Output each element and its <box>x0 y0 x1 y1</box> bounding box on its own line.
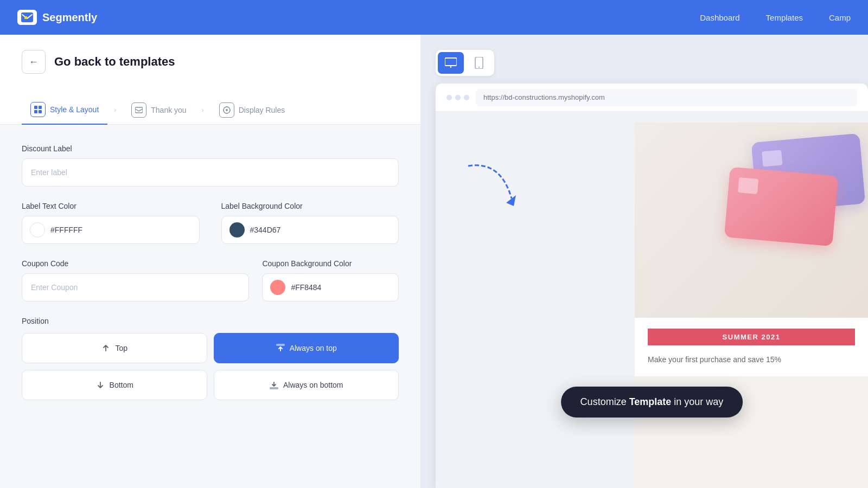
device-toggle <box>436 50 494 76</box>
position-top-button[interactable]: Top <box>22 333 207 363</box>
tabs-row: Style & Layout › Thank you › <box>0 85 420 125</box>
browser-url: https://bd-constructions.myshopify.com <box>476 89 857 106</box>
label-bg-color-group: Label Background Color #344D67 <box>221 202 399 244</box>
back-row: ← Go back to templates <box>0 35 420 85</box>
svg-rect-13 <box>276 344 285 346</box>
card-pink <box>724 167 839 247</box>
discount-label-input[interactable] <box>22 158 399 187</box>
back-button[interactable]: ← <box>22 50 46 74</box>
svg-point-19 <box>478 67 480 68</box>
tab-style-layout[interactable]: Style & Layout <box>22 95 107 125</box>
svg-rect-2 <box>34 106 37 109</box>
right-panel: https://bd-constructions.myshopify.com 💰 <box>420 35 868 488</box>
card-3d-illustration: 💰 <box>743 139 852 209</box>
logo-icon <box>17 10 37 25</box>
product-image-area: 💰 <box>635 123 868 318</box>
desktop-icon <box>445 57 457 69</box>
browser-dot-2 <box>455 95 461 100</box>
coupon-code-group: Coupon Code <box>22 259 249 301</box>
label-bg-color-swatch <box>229 222 245 237</box>
mobile-icon <box>473 57 485 69</box>
svg-rect-3 <box>39 106 42 109</box>
browser-mockup: https://bd-constructions.myshopify.com 💰 <box>436 84 868 488</box>
browser-dots <box>446 95 469 100</box>
position-always-on-top-label: Always on top <box>290 344 337 352</box>
browser-dot-3 <box>464 95 469 100</box>
arrow-up-icon <box>101 343 111 353</box>
label-text-color-label: Label Text Color <box>22 202 200 210</box>
coupon-code-label: Coupon Code <box>22 259 249 268</box>
svg-rect-1 <box>24 16 27 19</box>
svg-rect-15 <box>445 58 457 66</box>
page-title: Go back to templates <box>54 55 175 69</box>
logo: Segmently <box>17 10 97 25</box>
tab-style-layout-label: Style & Layout <box>50 105 99 114</box>
position-bottom-button[interactable]: Bottom <box>22 370 207 400</box>
label-bg-color-label: Label Background Color <box>221 202 399 210</box>
label-bg-color-value: #344D67 <box>250 226 281 234</box>
tab-thank-you-label: Thank you <box>151 106 186 114</box>
coupon-bg-color-group: Coupon Background Color #FF8484 <box>262 259 399 301</box>
svg-rect-4 <box>34 110 37 113</box>
thank-you-icon <box>131 102 146 118</box>
header: Segmently Dashboard Templates Camp <box>0 0 868 35</box>
tab-arrow-1: › <box>114 106 116 114</box>
coupon-code-input[interactable] <box>22 273 249 301</box>
display-rules-icon <box>219 102 234 118</box>
product-info: SUMMER 2021 Make your first purchase and… <box>635 318 868 376</box>
nav-camp[interactable]: Camp <box>829 13 851 22</box>
tab-display-rules-label: Display Rules <box>239 106 285 114</box>
arrow-illustration <box>457 155 522 220</box>
arrow-down-icon <box>95 380 105 390</box>
label-bg-color-input[interactable]: #344D67 <box>221 216 399 244</box>
coupon-bg-color-value: #FF8484 <box>291 283 321 292</box>
position-always-on-top-button[interactable]: Always on top <box>214 333 399 363</box>
device-mobile-button[interactable] <box>466 52 492 74</box>
preview-content: 💰 SUMMER 2021 Make your first purchase a… <box>436 112 868 488</box>
arrow-up-box-icon <box>276 343 285 353</box>
coupon-row: Coupon Code Coupon Background Color #FF8… <box>22 259 399 301</box>
nav-dashboard[interactable]: Dashboard <box>700 13 739 22</box>
tab-display-rules[interactable]: Display Rules <box>210 96 294 124</box>
style-layout-icon <box>30 102 46 117</box>
svg-point-8 <box>226 109 228 111</box>
nav-templates[interactable]: Templates <box>766 13 803 22</box>
coupon-bg-color-swatch <box>270 280 285 295</box>
position-group: Position Top Al <box>22 317 399 400</box>
position-always-on-bottom-button[interactable]: Always on bottom <box>214 370 399 400</box>
product-card: 💰 SUMMER 2021 Make your first purchase a… <box>635 123 868 488</box>
coupon-bg-color-input[interactable]: #FF8484 <box>262 273 399 301</box>
coupon-bg-color-label: Coupon Background Color <box>262 259 399 268</box>
position-bottom-label: Bottom <box>110 381 133 389</box>
tooltip-text-bold: Template <box>629 396 672 407</box>
left-panel: ← Go back to templates Style & Layout › <box>0 35 420 488</box>
label-text-color-input[interactable]: #FFFFFF <box>22 216 200 244</box>
tooltip-text-after: in your way <box>671 396 723 407</box>
svg-rect-14 <box>270 387 278 389</box>
tooltip-text-before: Customize <box>580 396 629 407</box>
color-row: Label Text Color #FFFFFF Label Backgroun… <box>22 202 399 244</box>
tab-thank-you[interactable]: Thank you <box>123 96 195 124</box>
summer-badge: SUMMER 2021 <box>648 329 855 345</box>
main-nav: Dashboard Templates Camp <box>700 13 851 22</box>
position-top-label: Top <box>115 344 127 352</box>
label-text-color-swatch <box>30 222 45 237</box>
svg-rect-5 <box>39 110 42 113</box>
position-grid: Top Always on top <box>22 333 399 400</box>
discount-label-group: Discount Label <box>22 144 399 187</box>
position-always-on-bottom-label: Always on bottom <box>283 381 343 389</box>
main-layout: ← Go back to templates Style & Layout › <box>0 35 868 488</box>
discount-label-text: Discount Label <box>22 144 399 153</box>
label-text-color-value: #FFFFFF <box>50 226 82 234</box>
device-desktop-button[interactable] <box>438 52 464 74</box>
label-text-color-group: Label Text Color #FFFFFF <box>22 202 200 244</box>
logo-text: Segmently <box>42 11 97 24</box>
form-area: Discount Label Label Text Color #FFFFFF … <box>0 125 420 435</box>
arrow-down-box-icon <box>269 380 279 390</box>
tab-arrow-2: › <box>202 106 204 114</box>
browser-dot-1 <box>446 95 452 100</box>
customize-tooltip: Customize Template in your way <box>561 387 743 418</box>
position-label: Position <box>22 317 399 325</box>
product-tagline: Make your first purchase and save 15% <box>648 354 855 365</box>
browser-bar: https://bd-constructions.myshopify.com <box>436 84 868 112</box>
